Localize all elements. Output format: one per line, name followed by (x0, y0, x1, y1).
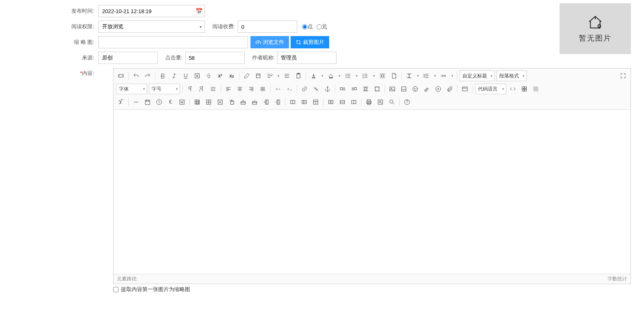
dropdown-icon[interactable]: ▾ (371, 74, 377, 78)
formula-icon[interactable] (116, 97, 126, 107)
ltr-icon[interactable] (185, 84, 196, 94)
dropdown-icon[interactable]: ▾ (415, 74, 421, 78)
dropdown-icon[interactable]: ▾ (319, 74, 325, 78)
publish-time-input[interactable] (98, 5, 205, 17)
bold-icon[interactable] (157, 71, 168, 81)
subscript-icon[interactable]: x₂ (226, 71, 237, 81)
letter-spacing-icon[interactable] (438, 71, 449, 81)
selectall-icon[interactable] (377, 71, 388, 81)
split-cells-icon[interactable] (325, 97, 336, 107)
table2-icon[interactable] (203, 97, 214, 107)
split-rows-icon[interactable] (337, 97, 348, 107)
delete-col-icon[interactable] (272, 97, 283, 107)
time-icon[interactable] (154, 97, 164, 107)
insert-parag-before-icon[interactable] (226, 97, 237, 107)
fontcolor-icon[interactable] (308, 71, 319, 81)
image-right-icon[interactable] (349, 84, 360, 94)
split-cols-icon[interactable] (348, 97, 359, 107)
thumbnail-input[interactable] (98, 36, 248, 48)
align-justify-icon[interactable] (257, 84, 268, 94)
insert-col-icon[interactable] (261, 97, 271, 107)
help-icon[interactable] (402, 97, 412, 107)
background-icon[interactable] (530, 84, 541, 94)
source-code-icon[interactable] (116, 71, 126, 81)
redo-icon[interactable] (142, 71, 153, 81)
table-icon[interactable] (192, 97, 203, 107)
underline-icon[interactable] (180, 71, 191, 81)
paste-icon[interactable] (293, 71, 304, 81)
align-right-icon[interactable] (246, 84, 257, 94)
blank-doc-icon[interactable] (389, 71, 399, 81)
merge-down-icon[interactable] (310, 97, 321, 107)
dropdown-icon[interactable]: ▾ (432, 74, 438, 78)
eraser-icon[interactable] (241, 71, 252, 81)
backcolor-icon[interactable] (325, 71, 336, 81)
row-spacing-icon[interactable] (404, 71, 414, 81)
search-replace-icon[interactable] (387, 97, 397, 107)
image-center-icon[interactable] (360, 84, 371, 94)
source-input[interactable] (98, 52, 158, 64)
superscript-icon[interactable]: x² (215, 71, 225, 81)
dropdown-icon[interactable]: ▾ (275, 74, 281, 78)
delete-row-icon[interactable] (249, 97, 260, 107)
line-height-icon[interactable] (421, 71, 432, 81)
fullscreen-icon[interactable] (618, 71, 628, 81)
browse-file-button[interactable]: 浏览文件 (250, 36, 289, 48)
preview-icon[interactable] (375, 97, 386, 107)
editor-content-area[interactable] (114, 110, 630, 274)
extract-first-image-checkbox[interactable] (113, 287, 118, 292)
align-center-icon[interactable] (234, 84, 245, 94)
print-icon[interactable] (364, 97, 374, 107)
word-count[interactable]: 字数统计 (608, 275, 627, 282)
word-import-icon[interactable] (177, 97, 187, 107)
indent-icon[interactable] (282, 71, 292, 81)
touppercase-icon[interactable] (273, 84, 283, 94)
insert-row-icon[interactable] (238, 97, 248, 107)
special-char-icon[interactable]: € (165, 97, 176, 107)
extract-first-image-label[interactable]: 提取内容第一张图片为缩略图 (113, 286, 190, 292)
radio-point[interactable] (302, 24, 307, 30)
unlink-icon[interactable] (311, 84, 321, 94)
read-fee-input[interactable] (238, 20, 297, 33)
font-family-select[interactable]: 字体▾ (116, 84, 147, 94)
dropdown-icon[interactable]: ▾ (354, 74, 360, 78)
template-icon[interactable] (519, 84, 530, 94)
font-size-select[interactable]: 字号▾ (149, 84, 180, 94)
delete-table-icon[interactable] (215, 97, 225, 107)
element-path[interactable]: 元素路径: (117, 275, 138, 282)
anchor-icon[interactable] (322, 84, 333, 94)
format-clear-icon[interactable] (253, 71, 264, 81)
insert-frame-icon[interactable] (460, 84, 470, 94)
radio-yuan[interactable] (316, 24, 322, 30)
paragraph-format-select[interactable]: 段落格式▾ (496, 71, 527, 81)
emoji-icon[interactable] (410, 84, 421, 94)
unordered-list-icon[interactable] (343, 71, 353, 81)
custom-title-select[interactable]: 自定义标题▾ (460, 71, 495, 81)
tolowercase-icon[interactable] (284, 84, 295, 94)
outdent-icon[interactable] (208, 84, 218, 94)
video-icon[interactable] (433, 84, 444, 94)
ordered-list-icon[interactable] (360, 71, 371, 81)
dropdown-icon[interactable]: ▾ (337, 74, 342, 78)
insert-image-icon[interactable] (387, 84, 398, 94)
author-input[interactable] (277, 52, 337, 64)
hits-input[interactable] (185, 52, 245, 64)
dropdown-icon[interactable]: ▾ (449, 74, 455, 78)
align-left-icon[interactable] (223, 84, 234, 94)
autotypeset-icon[interactable] (264, 71, 275, 81)
radio-point-label[interactable]: 点 (302, 23, 313, 30)
hr-icon[interactable] (131, 97, 141, 107)
merge-cells-icon[interactable] (287, 97, 298, 107)
attachment-icon[interactable] (444, 84, 455, 94)
code-language-select[interactable]: 代码语言▾ (475, 84, 506, 94)
merge-right-icon[interactable] (299, 97, 309, 107)
single-image-icon[interactable] (398, 84, 409, 94)
italic-icon[interactable] (169, 71, 180, 81)
date-icon[interactable] (142, 97, 153, 107)
undo-icon[interactable] (131, 71, 141, 81)
radio-yuan-label[interactable]: 元 (316, 23, 327, 30)
crop-image-button[interactable]: 裁剪图片 (291, 36, 329, 48)
link-icon[interactable] (299, 84, 310, 94)
image-none-icon[interactable] (372, 84, 382, 94)
image-left-icon[interactable] (337, 84, 348, 94)
